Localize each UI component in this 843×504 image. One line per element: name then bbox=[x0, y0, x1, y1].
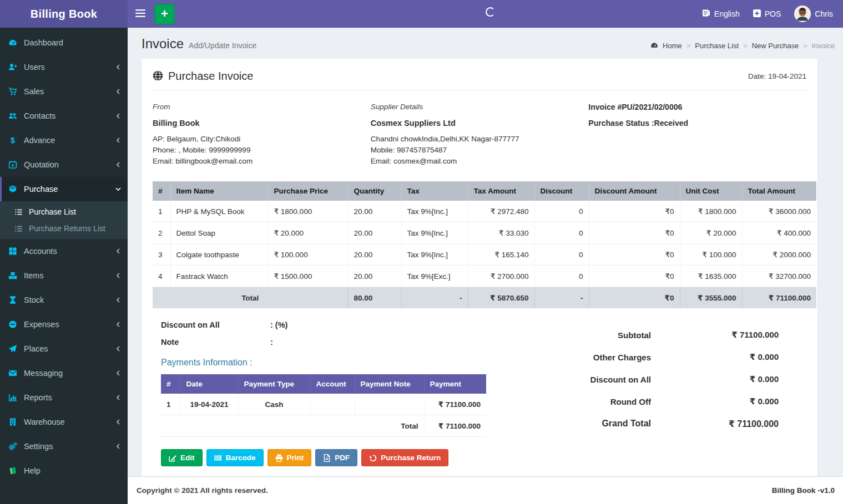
user-avatar bbox=[794, 6, 811, 22]
cell: ₹0 bbox=[589, 266, 680, 287]
col-header: Tax Amount bbox=[468, 181, 534, 201]
from-address: AP: Belgaum, City:Chikodi bbox=[153, 134, 371, 145]
edit-button[interactable]: Edit bbox=[161, 449, 203, 466]
sidebar-item-settings[interactable]: Settings bbox=[0, 434, 128, 459]
item-row: 1PHP & MySQL Book₹ 1800.00020.00Tax 9%[I… bbox=[153, 201, 816, 222]
breadcrumb-new-purchase[interactable]: New Purchase bbox=[752, 42, 799, 50]
payments-total-value: ₹ 71100.000 bbox=[424, 415, 486, 437]
app-logo[interactable]: Billing Book bbox=[0, 0, 128, 28]
quick-add-button[interactable]: + bbox=[154, 4, 175, 24]
summary-value: ₹ 0.000 bbox=[651, 352, 779, 362]
cell: ₹ 20.000 bbox=[680, 222, 742, 244]
sidebar-item-expenses[interactable]: Expenses bbox=[0, 312, 128, 337]
sidebar-item-reports[interactable]: Reports bbox=[0, 385, 128, 410]
cell: PHP & MySQL Book bbox=[170, 201, 268, 222]
invoice-title: Purchase Invoice bbox=[168, 70, 253, 83]
sidebar-item-users[interactable]: Users bbox=[0, 55, 128, 79]
chevron-left-icon bbox=[115, 138, 121, 143]
sidebar: Billing Book Dashboard Users Sales Conta… bbox=[0, 0, 128, 504]
sidebar-item-accounts[interactable]: Accounts bbox=[0, 239, 128, 263]
col-header: Payment Note bbox=[355, 374, 424, 394]
sidebar-subitem-purchase-returns-list[interactable]: Purchase Returns List bbox=[0, 220, 128, 237]
purchase-return-button[interactable]: Purchase Return bbox=[361, 449, 448, 466]
hourglass-icon bbox=[8, 296, 18, 304]
invoice-heading-row: Purchase Invoice Date: 19-04-2021 bbox=[153, 70, 806, 83]
summary-value: ₹ 0.000 bbox=[651, 374, 779, 384]
sidebar-item-quotation[interactable]: Quotation bbox=[0, 152, 128, 177]
cell: ₹0 bbox=[589, 201, 680, 222]
pos-button[interactable]: POS bbox=[753, 9, 781, 19]
col-header: Unit Cost bbox=[680, 181, 742, 201]
sidebar-item-advance[interactable]: $ Advance bbox=[0, 128, 128, 152]
item-row: 2Dettol Soap₹ 20.00020.00Tax 9%[Inc.]₹ 3… bbox=[153, 222, 816, 244]
discount-on-all-value: : (%) bbox=[270, 320, 287, 329]
sidebar-item-messaging[interactable]: Messaging bbox=[0, 361, 128, 385]
breadcrumb-current: Invoice bbox=[812, 42, 835, 50]
summary-value: ₹ 71100.000 bbox=[651, 419, 779, 429]
total-amount: ₹ 71100.000 bbox=[742, 287, 816, 309]
sidebar-item-sales[interactable]: Sales bbox=[0, 79, 128, 104]
payments-header-row: # Date Payment Type Account Payment Note… bbox=[161, 374, 486, 394]
dollar-icon: $ bbox=[8, 136, 18, 145]
cell: ₹ 1800.000 bbox=[268, 201, 348, 222]
item-row: 3Colgate toothpaste₹ 100.00020.00Tax 9%[… bbox=[153, 244, 816, 266]
sidebar-subitem-purchase-list[interactable]: Purchase List bbox=[0, 203, 128, 220]
sidebar-item-label: Purchase bbox=[24, 185, 109, 194]
cell: ₹ 165.140 bbox=[468, 244, 534, 266]
summary-row-discount-on-all: Discount on All ₹ 0.000 bbox=[541, 368, 779, 390]
sidebar-item-places[interactable]: Places bbox=[0, 337, 128, 361]
sidebar-item-purchase[interactable]: Purchase bbox=[0, 177, 128, 201]
summary-row-grand-total: Grand Total ₹ 71100.000 bbox=[541, 413, 779, 435]
cell: Dettol Soap bbox=[170, 222, 268, 244]
copyright-text: Copyright © 2021 All rights reserved. bbox=[137, 486, 268, 495]
summary-row-subtotal: Subtotal ₹ 71100.000 bbox=[541, 324, 779, 346]
discount-on-all-row: Discount on All : (%) bbox=[161, 320, 541, 329]
cell: ₹ 20.000 bbox=[268, 222, 348, 244]
total-discount-amount: ₹0 bbox=[589, 287, 680, 309]
chevron-left-icon bbox=[115, 64, 121, 70]
summary-label: Subtotal bbox=[541, 330, 651, 340]
user-menu[interactable]: Chris bbox=[794, 6, 833, 22]
total-discount: - bbox=[534, 287, 589, 309]
plus-icon: + bbox=[161, 8, 168, 20]
sidebar-toggle-button[interactable] bbox=[128, 0, 153, 28]
print-button[interactable]: Print bbox=[267, 449, 312, 466]
total-tax-amount: ₹ 5870.650 bbox=[468, 287, 534, 309]
edit-pencil-icon bbox=[169, 454, 176, 462]
pdf-button[interactable]: PDF bbox=[315, 449, 357, 466]
barcode-button[interactable]: Barcode bbox=[206, 449, 264, 466]
sidebar-subitem-label: Purchase List bbox=[29, 207, 76, 216]
chevron-left-icon bbox=[115, 248, 121, 254]
sidebar-item-label: Contacts bbox=[24, 111, 109, 120]
from-block: From Billing Book AP: Belgaum, City:Chik… bbox=[153, 101, 371, 167]
sidebar-item-items[interactable]: Items bbox=[0, 263, 128, 288]
file-pdf-icon bbox=[323, 454, 331, 462]
cell: ₹ 32700.000 bbox=[742, 266, 816, 287]
breadcrumb-purchase-list[interactable]: Purchase List bbox=[695, 42, 739, 50]
sidebar-item-label: Settings bbox=[24, 442, 109, 451]
invoice-panel: Purchase Invoice Date: 19-04-2021 From B… bbox=[142, 59, 817, 476]
discount-on-all-label: Discount on All bbox=[161, 320, 270, 329]
cell: 20.00 bbox=[348, 266, 401, 287]
breadcrumb-separator: > bbox=[803, 42, 807, 50]
sidebar-item-help[interactable]: Help bbox=[0, 459, 128, 483]
language-menu[interactable]: English bbox=[702, 9, 740, 19]
sidebar-item-warehouse[interactable]: Warehouse bbox=[0, 410, 128, 434]
col-header: Payment Type bbox=[238, 374, 310, 394]
cell bbox=[355, 394, 424, 415]
sidebar-item-stock[interactable]: Stock bbox=[0, 288, 128, 312]
breadcrumb-home[interactable]: Home bbox=[663, 42, 682, 50]
cell: ₹ 2700.000 bbox=[468, 266, 534, 287]
cell: 20.00 bbox=[348, 201, 401, 222]
sidebar-item-label: Users bbox=[24, 63, 109, 72]
sidebar-item-contacts[interactable]: Contacts bbox=[0, 104, 128, 128]
summary-label: Grand Total bbox=[541, 419, 651, 429]
building-icon bbox=[8, 418, 18, 426]
col-header: Account bbox=[310, 374, 355, 394]
hamburger-icon bbox=[135, 9, 145, 19]
chevron-left-icon bbox=[115, 395, 121, 400]
invoice-parties: From Billing Book AP: Belgaum, City:Chik… bbox=[153, 101, 806, 167]
supplier-name: Cosmex Suppliers Ltd bbox=[371, 118, 589, 129]
sidebar-item-dashboard[interactable]: Dashboard bbox=[0, 30, 128, 55]
items-total-row: Total 80.00 - ₹ 5870.650 - ₹0 ₹ 3555.000… bbox=[153, 287, 816, 309]
